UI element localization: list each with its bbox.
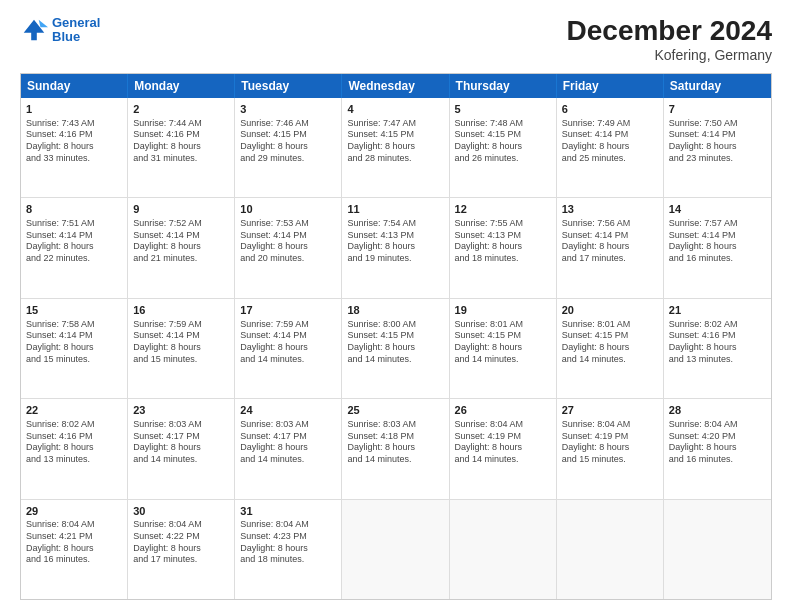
sunset-line: Sunset: 4:19 PM <box>455 431 551 443</box>
day-number: 3 <box>240 102 336 117</box>
day-number: 9 <box>133 202 229 217</box>
day-number: 16 <box>133 303 229 318</box>
header-day-friday: Friday <box>557 74 664 98</box>
daylight-line: Daylight: 8 hours <box>562 442 658 454</box>
day-number: 30 <box>133 504 229 519</box>
minutes-line: and 33 minutes. <box>26 153 122 165</box>
minutes-line: and 14 minutes. <box>347 454 443 466</box>
minutes-line: and 25 minutes. <box>562 153 658 165</box>
sunrise-line: Sunrise: 7:50 AM <box>669 118 766 130</box>
day-number: 31 <box>240 504 336 519</box>
page: General Blue December 2024 Kofering, Ger… <box>0 0 792 612</box>
day-number: 25 <box>347 403 443 418</box>
calendar-header: SundayMondayTuesdayWednesdayThursdayFrid… <box>21 74 771 98</box>
sunset-line: Sunset: 4:14 PM <box>562 230 658 242</box>
minutes-line: and 20 minutes. <box>240 253 336 265</box>
sunrise-line: Sunrise: 8:04 AM <box>455 419 551 431</box>
sunrise-line: Sunrise: 7:48 AM <box>455 118 551 130</box>
daylight-line: Daylight: 8 hours <box>26 241 122 253</box>
header-day-monday: Monday <box>128 74 235 98</box>
sunrise-line: Sunrise: 7:49 AM <box>562 118 658 130</box>
sunrise-line: Sunrise: 7:58 AM <box>26 319 122 331</box>
sunrise-line: Sunrise: 8:03 AM <box>240 419 336 431</box>
minutes-line: and 22 minutes. <box>26 253 122 265</box>
day-cell-27: 27 Sunrise: 8:04 AM Sunset: 4:19 PM Dayl… <box>557 399 664 498</box>
sunset-line: Sunset: 4:19 PM <box>562 431 658 443</box>
minutes-line: and 16 minutes. <box>669 454 766 466</box>
daylight-line: Daylight: 8 hours <box>347 241 443 253</box>
minutes-line: and 15 minutes. <box>562 454 658 466</box>
sunrise-line: Sunrise: 7:59 AM <box>240 319 336 331</box>
day-cell-12: 12 Sunrise: 7:55 AM Sunset: 4:13 PM Dayl… <box>450 198 557 297</box>
day-cell-8: 8 Sunrise: 7:51 AM Sunset: 4:14 PM Dayli… <box>21 198 128 297</box>
sunrise-line: Sunrise: 8:02 AM <box>26 419 122 431</box>
day-number: 26 <box>455 403 551 418</box>
header-day-sunday: Sunday <box>21 74 128 98</box>
sunrise-line: Sunrise: 8:04 AM <box>240 519 336 531</box>
sunset-line: Sunset: 4:15 PM <box>455 330 551 342</box>
sunrise-line: Sunrise: 7:51 AM <box>26 218 122 230</box>
sunset-line: Sunset: 4:15 PM <box>347 129 443 141</box>
sub-title: Kofering, Germany <box>567 47 772 63</box>
day-number: 28 <box>669 403 766 418</box>
minutes-line: and 14 minutes. <box>240 454 336 466</box>
minutes-line: and 14 minutes. <box>455 454 551 466</box>
sunset-line: Sunset: 4:18 PM <box>347 431 443 443</box>
minutes-line: and 23 minutes. <box>669 153 766 165</box>
daylight-line: Daylight: 8 hours <box>133 543 229 555</box>
day-number: 7 <box>669 102 766 117</box>
day-cell-30: 30 Sunrise: 8:04 AM Sunset: 4:22 PM Dayl… <box>128 500 235 599</box>
sunset-line: Sunset: 4:16 PM <box>26 431 122 443</box>
day-cell-31: 31 Sunrise: 8:04 AM Sunset: 4:23 PM Dayl… <box>235 500 342 599</box>
daylight-line: Daylight: 8 hours <box>133 241 229 253</box>
empty-cell <box>664 500 771 599</box>
header-day-tuesday: Tuesday <box>235 74 342 98</box>
sunrise-line: Sunrise: 7:47 AM <box>347 118 443 130</box>
empty-cell <box>342 500 449 599</box>
day-cell-28: 28 Sunrise: 8:04 AM Sunset: 4:20 PM Dayl… <box>664 399 771 498</box>
day-number: 11 <box>347 202 443 217</box>
day-cell-26: 26 Sunrise: 8:04 AM Sunset: 4:19 PM Dayl… <box>450 399 557 498</box>
minutes-line: and 17 minutes. <box>133 554 229 566</box>
daylight-line: Daylight: 8 hours <box>26 141 122 153</box>
day-number: 13 <box>562 202 658 217</box>
calendar-row-4: 22 Sunrise: 8:02 AM Sunset: 4:16 PM Dayl… <box>21 398 771 498</box>
calendar-row-1: 1 Sunrise: 7:43 AM Sunset: 4:16 PM Dayli… <box>21 98 771 197</box>
day-cell-2: 2 Sunrise: 7:44 AM Sunset: 4:16 PM Dayli… <box>128 98 235 197</box>
day-cell-24: 24 Sunrise: 8:03 AM Sunset: 4:17 PM Dayl… <box>235 399 342 498</box>
title-block: December 2024 Kofering, Germany <box>567 16 772 63</box>
day-number: 24 <box>240 403 336 418</box>
day-number: 22 <box>26 403 122 418</box>
main-title: December 2024 <box>567 16 772 47</box>
day-number: 8 <box>26 202 122 217</box>
minutes-line: and 14 minutes. <box>455 354 551 366</box>
sunset-line: Sunset: 4:15 PM <box>347 330 443 342</box>
sunrise-line: Sunrise: 7:53 AM <box>240 218 336 230</box>
day-cell-16: 16 Sunrise: 7:59 AM Sunset: 4:14 PM Dayl… <box>128 299 235 398</box>
daylight-line: Daylight: 8 hours <box>347 442 443 454</box>
daylight-line: Daylight: 8 hours <box>669 141 766 153</box>
day-cell-9: 9 Sunrise: 7:52 AM Sunset: 4:14 PM Dayli… <box>128 198 235 297</box>
logo-icon <box>20 16 48 44</box>
daylight-line: Daylight: 8 hours <box>455 141 551 153</box>
day-number: 18 <box>347 303 443 318</box>
sunrise-line: Sunrise: 7:44 AM <box>133 118 229 130</box>
day-number: 23 <box>133 403 229 418</box>
sunset-line: Sunset: 4:16 PM <box>26 129 122 141</box>
daylight-line: Daylight: 8 hours <box>240 543 336 555</box>
daylight-line: Daylight: 8 hours <box>669 442 766 454</box>
sunrise-line: Sunrise: 7:52 AM <box>133 218 229 230</box>
header-day-wednesday: Wednesday <box>342 74 449 98</box>
sunrise-line: Sunrise: 8:00 AM <box>347 319 443 331</box>
day-cell-23: 23 Sunrise: 8:03 AM Sunset: 4:17 PM Dayl… <box>128 399 235 498</box>
day-number: 6 <box>562 102 658 117</box>
day-number: 20 <box>562 303 658 318</box>
daylight-line: Daylight: 8 hours <box>240 342 336 354</box>
sunset-line: Sunset: 4:16 PM <box>669 330 766 342</box>
minutes-line: and 16 minutes. <box>26 554 122 566</box>
day-number: 14 <box>669 202 766 217</box>
minutes-line: and 29 minutes. <box>240 153 336 165</box>
header-day-thursday: Thursday <box>450 74 557 98</box>
day-cell-1: 1 Sunrise: 7:43 AM Sunset: 4:16 PM Dayli… <box>21 98 128 197</box>
daylight-line: Daylight: 8 hours <box>347 141 443 153</box>
